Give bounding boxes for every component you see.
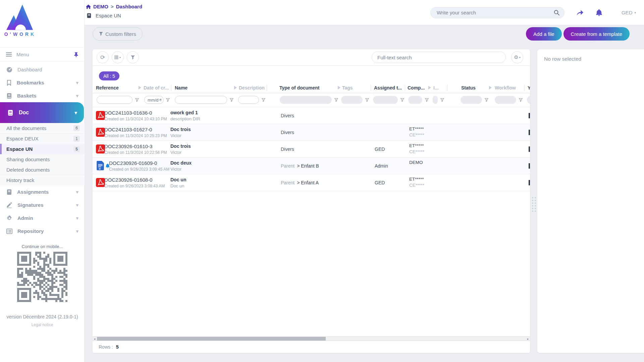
sidebar-item-deleted-documents[interactable]: Deleted documents [0, 165, 85, 175]
columns-button[interactable]: ▾ [112, 51, 124, 63]
date-filter[interactable]: mm/d [144, 96, 164, 104]
legal-notice-link[interactable]: Legal notice [0, 322, 85, 327]
horizontal-scrollbar[interactable]: ◂ ▸ [93, 337, 530, 341]
expand-arrow-icon[interactable] [489, 86, 492, 89]
add-file-button[interactable]: Add a file [526, 27, 562, 41]
col-description[interactable]: Description [239, 85, 265, 90]
col-name[interactable]: Name [175, 85, 187, 90]
filter-button[interactable] [127, 51, 139, 63]
table-settings-button[interactable]: ⚙▾ [511, 51, 523, 63]
row-subtitle: Victor [170, 133, 181, 138]
sidebar-item-signatures[interactable]: Signatures ▾ [0, 198, 85, 212]
row-company: ET***** [409, 143, 424, 148]
assignments-icon [6, 189, 12, 195]
funnel-outline-icon[interactable] [440, 98, 444, 102]
row-assigned: Admin [375, 163, 388, 169]
sidebar-item-espace-deux[interactable]: Espace DEUX 1 [0, 133, 85, 144]
version-text: version Décembre 2024 (2.19.0-1) [0, 314, 85, 319]
sidebar-item-assignments[interactable]: Assignments ▾ [0, 185, 85, 198]
funnel-outline-icon[interactable] [425, 98, 429, 102]
home-icon[interactable] [86, 4, 91, 9]
expand-arrow-icon[interactable] [338, 86, 340, 89]
table-row[interactable]: DOC230926-01608-0 Created on 9/26/2023 3… [93, 174, 530, 191]
table-row[interactable]: DOC230926-01610-3 Created on 11/3/2024 1… [93, 141, 530, 158]
col-workflow[interactable]: Workflow [495, 85, 516, 90]
reference-filter-input[interactable] [97, 96, 132, 104]
global-search[interactable] [430, 7, 565, 18]
col-reference[interactable]: Reference [96, 85, 119, 90]
funnel-outline-icon[interactable] [135, 98, 139, 102]
table-row[interactable]: DOC241103-01627-0 Created on 11/3/2024 1… [93, 124, 530, 141]
scroll-right-arrow[interactable]: ▸ [526, 337, 530, 341]
menu-toggle[interactable]: Menu [0, 47, 85, 62]
sidebar-item-history-track[interactable]: History track [0, 175, 85, 185]
account-menu[interactable]: GED ▾ [622, 10, 636, 15]
breadcrumb-root[interactable]: DEMO [93, 4, 108, 9]
table-body: DOC241103-01636-0 Created on 11/3/2024 1… [93, 107, 530, 191]
funnel-outline-icon[interactable] [485, 98, 488, 102]
global-search-input[interactable] [437, 10, 554, 15]
col-company[interactable]: Comp... [408, 85, 425, 90]
repository-list-icon [6, 229, 12, 234]
name-filter[interactable] [175, 96, 227, 104]
rows-count-label: Rows : [99, 344, 113, 350]
row-type: Divers [281, 130, 294, 135]
col-i[interactable]: I... [433, 85, 439, 90]
sidebar-item-doc-active[interactable]: Doc ▾ [0, 102, 84, 123]
chevron-down-icon: ▾ [634, 11, 636, 14]
notifications-bell-icon[interactable] [595, 9, 603, 16]
table-row[interactable]: DOC241103-01636-0 Created on 11/3/2024 1… [93, 107, 530, 124]
funnel-outline-icon[interactable] [400, 98, 404, 102]
sidebar-item-all-documents[interactable]: All the documents 6 [0, 123, 85, 133]
custom-filters-button[interactable]: Custom filters [93, 27, 143, 41]
sidebar-item-repository[interactable]: Repository ▾ [0, 225, 85, 238]
pin-sidebar-icon[interactable] [74, 52, 78, 57]
funnel-outline-icon[interactable] [262, 98, 265, 102]
share-icon[interactable] [576, 9, 584, 16]
col-y-clipped[interactable]: Y [528, 85, 530, 90]
fulltext-search[interactable] [372, 52, 506, 63]
row-subtitle: Doc un [170, 183, 184, 188]
all-count-badge[interactable]: All : 5 [99, 71, 119, 80]
funnel-outline-icon[interactable] [230, 98, 233, 102]
sidebar-item-sharing-documents[interactable]: Sharing documents [0, 154, 85, 165]
scroll-left-arrow[interactable]: ◂ [93, 337, 97, 341]
expand-arrow-icon[interactable] [234, 86, 237, 89]
expand-arrow-icon[interactable] [428, 86, 431, 89]
chevron-down-icon: ▾ [76, 228, 78, 234]
description-filter-input[interactable] [238, 96, 259, 104]
table-footer: Rows : 5 [93, 341, 530, 353]
sidebar-item-admin[interactable]: Admin ▾ [0, 212, 85, 225]
col-type-of-document[interactable]: Type of document [279, 85, 320, 90]
scrollbar-thumb[interactable] [97, 337, 326, 341]
description-filter[interactable] [238, 96, 259, 104]
gear-icon [6, 215, 12, 221]
panel-resize-handle[interactable] [531, 196, 536, 212]
chevron-down-icon: ▾ [76, 189, 78, 195]
fulltext-search-input[interactable] [377, 55, 500, 60]
create-from-template-button[interactable]: Create from a template [564, 27, 630, 41]
sidebar-item-bookmarks[interactable]: Bookmarks ▾ [0, 76, 85, 89]
name-filter-input[interactable] [175, 96, 227, 104]
sidebar-item-espace-un[interactable]: Espace UN 5 [0, 144, 85, 154]
row-company2: CE***** [409, 132, 424, 137]
breadcrumb-current[interactable]: Dashboard [116, 4, 142, 9]
col-tags[interactable]: Tags [342, 85, 353, 90]
funnel-outline-icon[interactable] [334, 98, 338, 102]
sidebar-item-baskets[interactable]: Baskets ▾ [0, 89, 85, 102]
column-separator [524, 84, 525, 92]
expand-arrow-icon[interactable] [139, 86, 141, 89]
reference-filter[interactable] [97, 96, 132, 104]
row-reference: DOC241103-01627-0 [104, 127, 152, 132]
funnel-outline-icon[interactable] [519, 98, 523, 102]
funnel-outline-icon[interactable] [166, 98, 170, 102]
space-title-line: Espace UN [87, 13, 121, 18]
col-date-of-creation[interactable]: Date of cr... [144, 85, 169, 90]
funnel-outline-icon[interactable] [365, 98, 369, 102]
sidebar-item-dashboard[interactable]: Dashboard [0, 63, 85, 76]
table-row[interactable]: w DOC230926-01609-0 Created on 9/26/2023… [93, 158, 530, 174]
col-assigned-to[interactable]: Assigned t... [374, 85, 402, 90]
col-status[interactable]: Status [461, 85, 476, 90]
search-icon[interactable] [554, 10, 559, 15]
refresh-button[interactable]: ⟳ [97, 51, 109, 63]
